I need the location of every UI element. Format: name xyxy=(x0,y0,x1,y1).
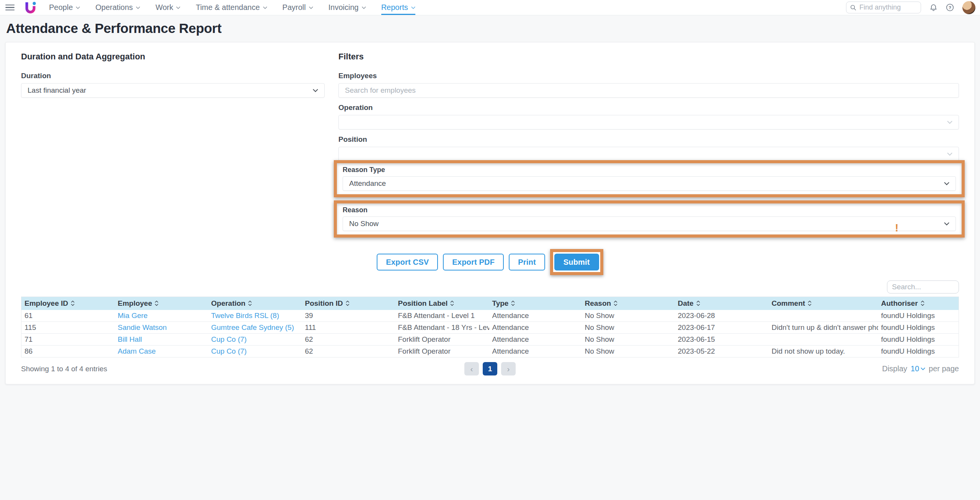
print-button[interactable]: Print xyxy=(509,254,545,270)
cell-text: foundU Holdings xyxy=(878,346,959,357)
nav-item-label: Reports xyxy=(381,3,408,12)
cell-text: Didn't turn up & didn't answer phone xyxy=(769,322,878,334)
nav-item-work[interactable]: Work xyxy=(155,0,180,15)
cell-link[interactable]: Gumtree Cafe Sydney (5) xyxy=(208,322,302,334)
cell-text: F&B Attendant - Level 1 xyxy=(395,310,489,322)
foundu-logo-icon xyxy=(24,2,36,14)
chevron-down-icon xyxy=(921,367,925,370)
actions-row: Export CSV Export PDF Print Submit xyxy=(21,249,959,275)
column-header-employee-id[interactable]: Employee ID xyxy=(21,297,115,310)
filters-section-heading: Filters xyxy=(338,52,959,62)
nav-item-label: Time & attendance xyxy=(196,3,260,12)
table-row: 71Bill HallCup Co (7)62Forklift Operator… xyxy=(21,334,959,346)
foundu-logo[interactable] xyxy=(24,0,36,15)
notifications-button[interactable] xyxy=(929,3,938,12)
nav-item-label: Work xyxy=(155,3,173,12)
position-select[interactable] xyxy=(338,147,959,161)
cell-text: Forklift Operator xyxy=(395,346,489,357)
cell-link[interactable]: Sandie Watson xyxy=(115,322,208,334)
entries-summary: Showing 1 to 4 of 4 entries xyxy=(21,365,464,373)
employees-search-input[interactable] xyxy=(345,86,952,95)
nav-item-payroll[interactable]: Payroll xyxy=(283,0,313,15)
export-csv-button[interactable]: Export CSV xyxy=(377,254,438,270)
column-header-label: Authoriser xyxy=(881,299,918,308)
column-header-type[interactable]: Type xyxy=(489,297,582,310)
table-row: 61Mia GereTwelve Birds RSL (8)39F&B Atte… xyxy=(21,310,959,322)
cell-link[interactable]: Mia Gere xyxy=(115,310,208,322)
cell-link[interactable]: Bill Hall xyxy=(115,334,208,346)
column-header-label: Employee xyxy=(118,299,152,308)
table-search-input[interactable] xyxy=(892,283,954,291)
cell-link[interactable]: Twelve Birds RSL (8) xyxy=(208,310,302,322)
nav-item-time-attendance[interactable]: Time & attendance xyxy=(196,0,267,15)
hamburger-menu-icon[interactable] xyxy=(5,5,15,11)
cell-text: 62 xyxy=(302,346,395,357)
column-header-position-label[interactable]: Position Label xyxy=(395,297,489,310)
cell-link[interactable]: Adam Case xyxy=(115,346,208,357)
cell-link[interactable]: Cup Co (7) xyxy=(208,346,302,357)
per-page-select[interactable]: 10 xyxy=(911,364,925,373)
column-header-comment[interactable]: Comment xyxy=(769,297,878,310)
employees-search-field[interactable] xyxy=(338,83,959,98)
cell-text: foundU Holdings xyxy=(878,310,959,322)
chevron-down-icon xyxy=(263,7,267,9)
sort-icon xyxy=(921,300,924,306)
nav-item-operations[interactable]: Operations xyxy=(95,0,140,15)
column-header-label: Comment xyxy=(772,299,805,308)
column-header-authoriser[interactable]: Authoriser xyxy=(878,297,959,310)
cell-text: 2023-06-28 xyxy=(675,310,769,322)
nav-item-label: Operations xyxy=(95,3,133,12)
chevron-down-icon xyxy=(362,7,366,9)
cell-text xyxy=(769,310,878,322)
user-avatar[interactable] xyxy=(962,1,975,14)
nav-item-people[interactable]: People xyxy=(49,0,80,15)
cell-text: 62 xyxy=(302,334,395,346)
bell-icon xyxy=(929,3,938,12)
pagination: ‹ 1 › xyxy=(464,362,516,375)
operation-select[interactable] xyxy=(338,115,959,130)
reason-select[interactable]: No Show xyxy=(343,216,956,231)
cell-text: Forklift Operator xyxy=(395,334,489,346)
column-header-reason[interactable]: Reason xyxy=(582,297,675,310)
nav-item-reports[interactable]: Reports xyxy=(381,0,415,15)
column-header-label: Type xyxy=(492,299,509,308)
submit-highlight: Submit xyxy=(550,249,603,275)
sort-icon xyxy=(511,300,515,306)
cell-text: 2023-05-22 xyxy=(675,346,769,357)
cell-text: Attendance xyxy=(489,346,582,357)
column-header-operation[interactable]: Operation xyxy=(208,297,302,310)
help-button[interactable]: ? xyxy=(946,3,954,11)
sort-icon xyxy=(614,300,617,306)
nav-item-label: Payroll xyxy=(283,3,306,12)
nav-item-invoicing[interactable]: Invoicing xyxy=(328,0,366,15)
table-search-field[interactable] xyxy=(887,280,959,293)
duration-section-heading: Duration and Data Aggregation xyxy=(21,52,325,62)
cell-text: Did not show up today. xyxy=(769,346,878,357)
employees-label: Employees xyxy=(338,72,959,80)
chevron-down-icon xyxy=(309,7,313,9)
reason-type-select[interactable]: Attendance xyxy=(343,176,956,191)
pagination-page-1-button[interactable]: 1 xyxy=(483,362,497,375)
pagination-prev-button[interactable]: ‹ xyxy=(464,362,479,375)
nav-right: ? xyxy=(846,0,975,15)
nav-menu: PeopleOperationsWorkTime & attendancePay… xyxy=(49,0,415,15)
cell-text: 39 xyxy=(302,310,395,322)
cell-text: foundU Holdings xyxy=(878,322,959,334)
per-page-suffix: per page xyxy=(929,364,959,373)
global-search-input[interactable] xyxy=(859,3,917,11)
column-header-date[interactable]: Date xyxy=(675,297,769,310)
nav-item-label: Invoicing xyxy=(328,3,359,12)
column-header-employee[interactable]: Employee xyxy=(115,297,208,310)
column-header-position-id[interactable]: Position ID xyxy=(302,297,395,310)
cell-text: No Show xyxy=(582,334,675,346)
per-page-control: Display 10 per page xyxy=(882,364,959,373)
global-search[interactable] xyxy=(846,2,921,13)
duration-select[interactable]: Last financial year xyxy=(21,83,325,98)
cell-text: F&B Attendant - 18 Yrs - Level 1 xyxy=(395,322,489,334)
cell-text: No Show xyxy=(582,322,675,334)
column-header-label: Operation xyxy=(211,299,246,308)
export-pdf-button[interactable]: Export PDF xyxy=(443,254,504,270)
submit-button[interactable]: Submit xyxy=(554,254,599,270)
pagination-next-button[interactable]: › xyxy=(501,362,516,375)
cell-link[interactable]: Cup Co (7) xyxy=(208,334,302,346)
